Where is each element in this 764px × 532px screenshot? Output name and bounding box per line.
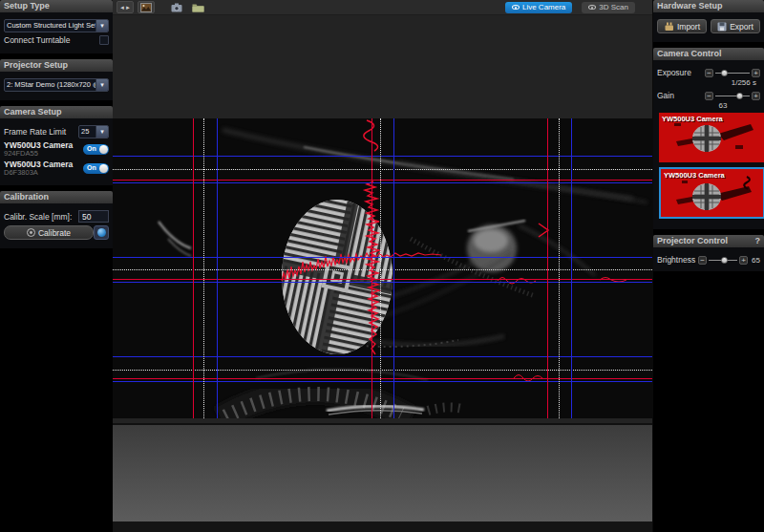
gain-value: 63 (657, 101, 756, 110)
toggle-state-label: On (87, 164, 96, 171)
exposure-value: 1/256 s (657, 78, 756, 87)
brightness-plus-button[interactable]: + (739, 256, 748, 265)
thumbnail-label: YW500U3 Camera (664, 171, 725, 180)
calibr-scale-input[interactable] (78, 210, 109, 223)
brightness-slider-row: Brightness − + 65 (657, 255, 760, 265)
gain-slider-handle[interactable] (736, 93, 743, 99)
gain-label: Gain (657, 91, 705, 100)
exposure-slider-handle[interactable] (721, 70, 728, 76)
brightness-slider[interactable] (709, 256, 737, 265)
snapshot-button[interactable] (168, 1, 185, 13)
gain-plus-button[interactable]: + (752, 92, 760, 100)
projector-display-dropdown[interactable]: 2: MStar Demo (1280x720 @ 60Hz ▾ (4, 78, 109, 92)
exposure-label: Exposure (657, 68, 705, 77)
frame-rate-value: 25 (79, 126, 96, 138)
calibration-title: Calibration (4, 191, 49, 203)
gain-minus-button[interactable]: − (705, 92, 713, 100)
setup-type-header: Setup Type (0, 0, 113, 12)
live-camera-button[interactable]: Live Camera (505, 2, 572, 13)
pan-arrows-button[interactable]: ◄► (117, 1, 134, 13)
overlay-v-line (393, 118, 394, 418)
pattern-image-button[interactable] (138, 1, 155, 13)
projector-display-value: 2: MStar Demo (1280x720 @ 60Hz (5, 79, 96, 91)
setup-type-title: Setup Type (4, 0, 50, 12)
calibration-header: Calibration (0, 191, 113, 203)
camera-serial: D6F3803A (4, 169, 73, 177)
scan-3d-viewport[interactable] (113, 423, 652, 521)
camera-viewport[interactable] (113, 15, 652, 423)
brightness-slider-handle[interactable] (721, 257, 728, 264)
camera-serial: 924FDA55 (4, 150, 73, 158)
toggle-state-label: On (87, 145, 96, 152)
setup-preset-dropdown[interactable]: Custom Structured Light Setup ▾ (4, 19, 109, 32)
overlay-v-line (547, 118, 548, 418)
export-label: Export (730, 22, 753, 32)
epipolar-line-overlay (113, 118, 652, 418)
folder-icon (192, 3, 204, 12)
brightness-label: Brightness (657, 255, 698, 265)
hardware-setup-header: Hardware Setup (653, 0, 764, 12)
projector-control-title: Projector Control (657, 235, 728, 247)
camera-control-header: Camera Control (653, 48, 764, 60)
camera-thumbnail-1[interactable]: YW500U3 Camera (659, 113, 764, 162)
camera-thumbnail-2[interactable]: YW500U3 Camera (659, 167, 764, 219)
export-button[interactable]: Export (711, 19, 760, 33)
camera-live-frame[interactable] (113, 118, 652, 418)
projector-setup-title: Projector Setup (4, 59, 68, 72)
gain-slider[interactable] (715, 92, 750, 100)
hardware-setup-body: Import Export (653, 12, 764, 42)
toggle-knob (99, 145, 108, 154)
toggle-knob (99, 164, 108, 173)
exposure-slider-row: Exposure − + (657, 68, 760, 77)
calibrate-button[interactable]: Calibrate (4, 225, 94, 240)
setup-preset-value: Custom Structured Light Setup (5, 20, 96, 32)
overlay-v-line (380, 118, 381, 418)
camera-on-toggle[interactable]: On (83, 163, 109, 174)
right-control-panel: Hardware Setup Import (652, 0, 764, 532)
overlay-v-line (371, 118, 372, 418)
projector-control-body: Brightness − + 65 (653, 247, 764, 271)
help-icon[interactable]: ? (755, 235, 761, 247)
projector-setup-body: 2: MStar Demo (1280x720 @ 60Hz ▾ (0, 72, 113, 100)
scan-3d-button[interactable]: 3D Scan (582, 2, 635, 13)
setup-type-body: Custom Structured Light Setup ▾ Connect … (0, 12, 113, 53)
camera-row: YW500U3 Camera 924FDA55 On (4, 141, 109, 158)
import-button[interactable]: Import (657, 19, 707, 33)
chevron-down-icon[interactable]: ▾ (96, 126, 108, 138)
overlay-v-line (193, 118, 194, 418)
gain-slider-row: Gain − + (657, 91, 760, 100)
hardware-setup-title: Hardware Setup (657, 0, 723, 12)
aperture-icon (27, 228, 35, 237)
bottom-status-strip (113, 521, 652, 532)
main-view-area: ◄► (113, 0, 652, 532)
brightness-value: 65 (752, 256, 760, 265)
camera-row: YW500U3 Camera D6F3803A On (4, 160, 109, 177)
left-right-arrows-icon: ◄► (119, 5, 131, 11)
frame-rate-dropdown[interactable]: 25 ▾ (78, 125, 109, 138)
calibrate-label: Calibrate (38, 228, 71, 238)
brightness-minus-button[interactable]: − (698, 256, 707, 265)
thumbnail-label: YW500U3 Camera (662, 115, 723, 123)
import-label: Import (677, 22, 700, 32)
open-folder-button[interactable] (189, 1, 207, 13)
chevron-down-icon[interactable]: ▾ (96, 79, 108, 91)
exposure-slider[interactable] (715, 69, 750, 77)
app-window: Setup Type Custom Structured Light Setup… (0, 0, 764, 532)
exposure-plus-button[interactable]: + (752, 69, 760, 77)
view-toolbar: ◄► (113, 0, 652, 15)
overlay-v-line (559, 118, 560, 418)
import-icon (664, 22, 674, 32)
frame-rate-label: Frame Rate Limit (4, 127, 66, 137)
overlay-v-line (217, 118, 218, 418)
camera-setup-body: Frame Rate Limit 25 ▾ YW500U3 Camera 924… (0, 118, 113, 185)
exposure-minus-button[interactable]: − (705, 69, 713, 77)
eye-icon (512, 5, 520, 10)
chevron-down-icon[interactable]: ▾ (96, 20, 108, 32)
connect-turntable-checkbox[interactable] (99, 35, 109, 45)
live-camera-label: Live Camera (522, 3, 565, 11)
scan-3d-label: 3D Scan (599, 3, 628, 11)
calibration-extra-button[interactable] (94, 225, 109, 240)
projector-setup-header: Projector Setup (0, 59, 113, 72)
calibration-body: Calibr. Scale [mm]: Calibrate (0, 203, 113, 248)
camera-on-toggle[interactable]: On (83, 144, 109, 155)
